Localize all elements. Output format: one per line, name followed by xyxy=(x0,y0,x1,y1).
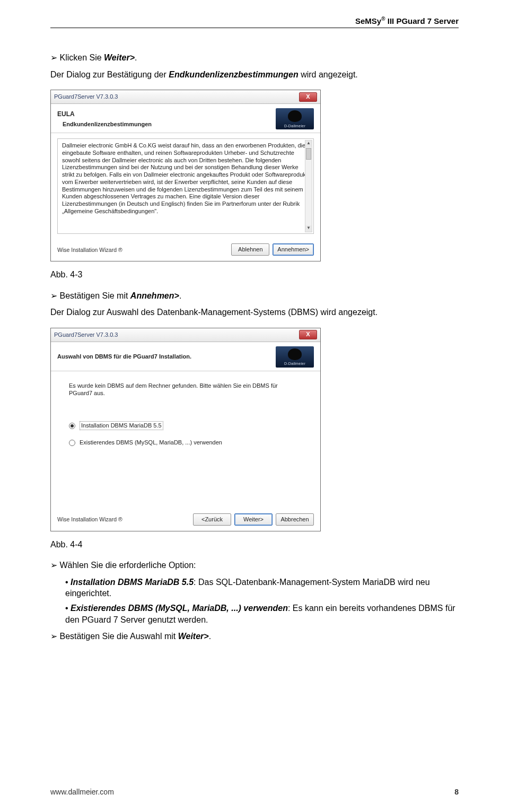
action-weiter: Weiter> xyxy=(178,632,209,641)
figure-caption-4-4: Abb. 4-4 xyxy=(50,539,459,551)
step-click-weiter: Klicken Sie Weiter>. xyxy=(50,52,459,64)
radio-label: Existierendes DBMS (MySQL, MariaDB, ...)… xyxy=(80,439,222,447)
eula-subheading: Endkundenlizenzbestimmungen xyxy=(57,120,276,128)
cancel-button[interactable]: Abbrechen xyxy=(276,513,314,526)
dallmeier-logo: D-Dallmeier xyxy=(276,346,314,368)
scroll-up-icon[interactable]: ▲ xyxy=(305,141,312,147)
radio-label: Installation DBMS MariaDB 5.5 xyxy=(80,421,163,430)
close-button[interactable]: X xyxy=(299,330,317,339)
radio-icon[interactable] xyxy=(69,423,75,429)
page-footer: www.dallmeier.com 8 xyxy=(50,788,459,796)
dialog-title: PGuard7Server V7.3.0.3 xyxy=(54,93,118,101)
dialog-header-band: Auswahl von DBMS für die PGuard7 Install… xyxy=(51,342,320,371)
para-eula-dialog-shown: Der Dialog zur Bestätigung der Endkunden… xyxy=(50,69,459,81)
scrollbar[interactable]: ▲ ▼ xyxy=(305,140,312,232)
dialog-titlebar: PGuard7Server V7.3.0.3 X xyxy=(51,90,320,104)
header-product: SeMSy xyxy=(355,16,381,25)
option-install-mariadb: Installation DBMS MariaDB 5.5: Das SQL-D… xyxy=(65,577,459,599)
figure-caption-4-3: Abb. 4-3 xyxy=(50,269,459,281)
scroll-down-icon[interactable]: ▼ xyxy=(305,225,312,232)
eula-text-box: Dallmeier electronic GmbH & Co.KG weist … xyxy=(57,138,314,234)
accept-button[interactable]: Annehmen> xyxy=(273,243,314,256)
dialog-eula: PGuard7Server V7.3.0.3 X EULA Endkundenl… xyxy=(50,90,321,261)
dbms-message: Es wurde kein DBMS auf dem Rechner gefun… xyxy=(69,382,302,397)
decline-button[interactable]: Ablehnen xyxy=(231,243,269,256)
page-content: Klicken Sie Weiter>. Der Dialog zur Best… xyxy=(50,20,459,642)
dialog-header-band: EULA Endkundenlizenzbestimmungen D-Dallm… xyxy=(51,104,320,133)
scroll-thumb[interactable] xyxy=(306,148,311,160)
back-button[interactable]: <Zurück xyxy=(193,513,231,526)
footer-page-number: 8 xyxy=(454,788,459,796)
footer-url: www.dallmeier.com xyxy=(50,788,114,796)
dialog-dbms: PGuard7Server V7.3.0.3 X Auswahl von DBM… xyxy=(50,328,321,531)
action-weiter: Weiter> xyxy=(104,53,135,62)
eula-text: Dallmeier electronic GmbH & Co.KG weist … xyxy=(62,142,308,214)
next-button[interactable]: Weiter> xyxy=(234,513,273,526)
option-list: Installation DBMS MariaDB 5.5: Das SQL-D… xyxy=(65,577,459,625)
dialog-footer: Wise Installation Wizard ® <Zurück Weite… xyxy=(51,509,320,531)
step-confirm-weiter: Bestätigen Sie die Auswahl mit Weiter>. xyxy=(50,631,459,642)
step-confirm-annehmen: Bestätigen Sie mit Annehmen>. xyxy=(50,290,459,302)
eula-heading: EULA xyxy=(57,110,276,118)
step-choose-option: Wählen Sie die erforderliche Option: xyxy=(50,560,459,571)
radio-icon[interactable] xyxy=(69,440,75,446)
close-button[interactable]: X xyxy=(299,92,317,102)
wizard-label: Wise Installation Wizard ® xyxy=(57,246,122,254)
action-annehmen: Annehmen> xyxy=(130,291,179,300)
dialog-titlebar: PGuard7Server V7.3.0.3 X xyxy=(51,328,320,342)
header-reg: ® xyxy=(381,16,385,22)
option-existing-dbms: Existierendes DBMS (MySQL, MariaDB, ...)… xyxy=(65,603,459,625)
dallmeier-logo: D-Dallmeier xyxy=(276,108,314,129)
header-underline xyxy=(50,28,459,28)
para-dbms-dialog-shown: Der Dialog zur Auswahl des Datenbank-Man… xyxy=(50,307,459,318)
radio-option-install-mariadb[interactable]: Installation DBMS MariaDB 5.5 xyxy=(69,421,302,430)
header-suffix: III PGuard 7 Server xyxy=(388,16,459,25)
radio-option-existing-dbms[interactable]: Existierendes DBMS (MySQL, MariaDB, ...)… xyxy=(69,439,302,447)
dialog-title: PGuard7Server V7.3.0.3 xyxy=(54,331,118,339)
dbms-heading: Auswahl von DBMS für die PGuard7 Install… xyxy=(57,353,276,361)
dialog-footer: Wise Installation Wizard ® Ablehnen Anne… xyxy=(51,239,320,261)
wizard-label: Wise Installation Wizard ® xyxy=(57,516,122,523)
page-header: SeMSy® III PGuard 7 Server xyxy=(355,16,459,25)
